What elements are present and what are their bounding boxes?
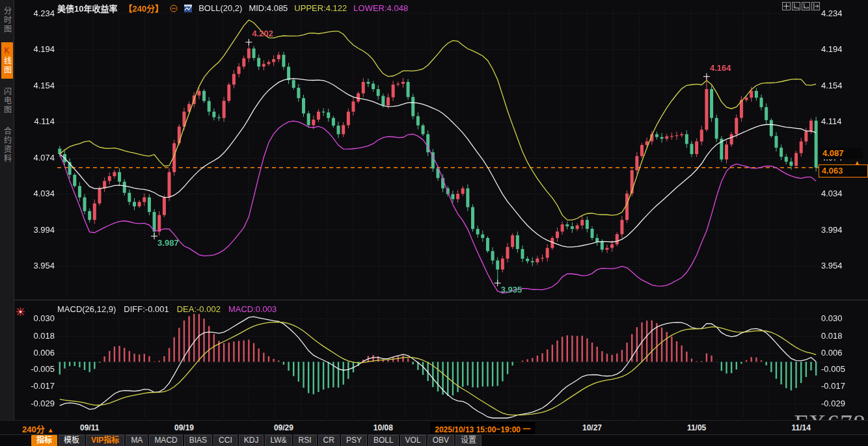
macd-macd-value: MACD:0.003 — [228, 304, 277, 314]
pan-right-icon[interactable] — [811, 2, 820, 10]
toolbar-button-PSY[interactable]: PSY — [341, 435, 367, 446]
crosshair-date-readout: 2025/10/13 15:00~19:00 一 — [430, 422, 535, 436]
sidebar-item-K线图[interactable]: K线图 — [1, 42, 13, 79]
timeframe-selector[interactable]: 240分▲ — [22, 423, 54, 435]
y-axis-label: 4.194 — [821, 44, 861, 54]
macd-dea-value: DEA:-0.002 — [177, 304, 221, 314]
boll-mid-value: MID:4.085 — [249, 3, 288, 13]
y-axis-label: -0.017 — [29, 381, 55, 391]
y-axis-label: 4.154 — [29, 81, 55, 90]
boll-upper-value: UPPER:4.122 — [294, 3, 347, 13]
y-axis-label: 0.006 — [821, 348, 861, 358]
toolbar-button-VOL[interactable]: VOL — [400, 435, 426, 446]
toolbar-button-BIAS[interactable]: BIAS — [184, 435, 212, 446]
y-axis-label: 4.074 — [29, 153, 55, 163]
x-axis-date-label: 11/05 — [687, 423, 706, 432]
crosshair-icon[interactable] — [782, 2, 791, 10]
chart-tool-buttons — [782, 2, 820, 10]
toolbar-button-LW&[interactable]: LW& — [265, 435, 292, 446]
x-axis-date-label: 10/27 — [582, 423, 602, 432]
y-axis-label: 0.006 — [29, 348, 55, 358]
y-axis-label: 4.194 — [29, 44, 55, 54]
trading-app-window: 分时图K线图闪电图合约资料 美债10年收益率 【240分】 BOLL(20,2)… — [0, 0, 868, 446]
y-axis-label: 0.018 — [821, 331, 861, 341]
collapse-circle-icon[interactable] — [170, 5, 178, 12]
y-axis-label: 4.234 — [29, 8, 55, 18]
y-axis-label: 3.954 — [821, 261, 861, 270]
toolbar-button-MACD[interactable]: MACD — [149, 435, 182, 446]
y-axis-label: 4.114 — [29, 116, 55, 126]
macd-header: MACD(26,12,9) DIFF:-0.001 DEA:-0.002 MAC… — [57, 304, 277, 314]
timeframe-label: 240分 — [22, 425, 45, 434]
y-axis-label: 0.030 — [29, 313, 55, 323]
toolbar-button-RSI[interactable]: RSI — [293, 435, 317, 446]
axis-zoom-out-icon[interactable] — [802, 2, 810, 10]
boll-label: BOLL(20,2) — [198, 3, 242, 13]
chart-header: 美债10年收益率 【240分】 BOLL(20,2) MID:4.085 UPP… — [57, 2, 408, 14]
y-axis-label: 0.018 — [29, 331, 55, 341]
current-price-badge: 4.063 — [819, 164, 868, 177]
x-axis-date-label: 09/19 — [174, 423, 194, 432]
price-annotation: 4.202 — [252, 29, 273, 38]
x-axis-date-label: 10/08 — [373, 423, 393, 432]
y-axis-label: 4.034 — [29, 189, 55, 198]
toolbar-button-设置[interactable]: 设置 — [455, 435, 481, 446]
toolbar-button-模板[interactable]: 模板 — [59, 435, 85, 446]
y-axis-label: 0.030 — [821, 313, 861, 323]
period-label[interactable]: 【240分】 — [124, 2, 163, 14]
boll-lower-value: LOWER:4.048 — [353, 3, 408, 13]
toolbar-button-CR[interactable]: CR — [318, 435, 340, 446]
date-axis-row: 2025/10/13 15:00~19:00 一 09/1109/1909/29… — [0, 420, 868, 435]
toolbar-button-CCI[interactable]: CCI — [213, 435, 237, 446]
toolbar-button-BOLL[interactable]: BOLL — [368, 435, 399, 446]
indicator-chart-icon — [184, 5, 192, 12]
indicator-star-icon[interactable] — [16, 307, 25, 319]
y-axis-label: 3.954 — [29, 261, 55, 270]
y-axis-label: 4.234 — [821, 8, 861, 18]
y-axis-label: -0.005 — [821, 364, 861, 374]
toolbar-button-指标[interactable]: 指标 — [31, 435, 57, 446]
x-axis-date-label: 09/11 — [80, 423, 99, 432]
y-axis-label: -0.017 — [821, 381, 861, 391]
macd-label: MACD(26,12,9) — [57, 304, 116, 314]
y-axis-label: -0.029 — [29, 399, 55, 408]
toolbar-button-OBV[interactable]: OBV — [427, 435, 454, 446]
price-annotation: 3.935 — [501, 285, 522, 295]
last-price-badge: 4.087 — [820, 148, 863, 159]
left-sidebar: 分时图K线图闪电图合约资料 — [0, 0, 14, 420]
y-axis-label: -0.005 — [29, 364, 55, 374]
toolbar-button-KDJ[interactable]: KDJ — [239, 435, 264, 446]
y-axis-label: 4.034 — [821, 189, 861, 198]
toolbar-button-VIP指标[interactable]: VIP指标 — [86, 435, 124, 446]
sidebar-item-合约资料[interactable]: 合约资料 — [1, 123, 13, 167]
y-axis-label: 3.994 — [29, 225, 55, 235]
price-up-arrow-icon: ▲ — [854, 159, 860, 166]
price-annotation: 3.987 — [157, 238, 179, 248]
y-axis-label: -0.029 — [821, 399, 861, 408]
y-axis-label: 4.154 — [821, 81, 861, 90]
macd-diff-value: DIFF:-0.001 — [124, 304, 169, 314]
sidebar-item-分时图[interactable]: 分时图 — [1, 3, 13, 38]
up-triangle-icon: ▲ — [47, 426, 54, 434]
sidebar-item-闪电图[interactable]: 闪电图 — [1, 83, 13, 118]
x-axis-date-label: 09/29 — [274, 423, 293, 432]
instrument-title: 美债10年收益率 — [57, 2, 117, 14]
x-axis-date-label: 11/14 — [792, 423, 811, 432]
main-chart-canvas[interactable] — [14, 0, 868, 420]
toolbar-button-MA[interactable]: MA — [126, 435, 148, 446]
price-annotation: 4.164 — [710, 63, 731, 73]
indicator-toolbar: 指标模板VIP指标MAMACDBIASCCIKDJLW&RSICRPSYBOLL… — [0, 434, 868, 446]
y-axis-label: 3.994 — [821, 225, 861, 235]
y-axis-label: 4.114 — [821, 116, 861, 126]
axis-zoom-in-icon[interactable] — [792, 2, 800, 10]
